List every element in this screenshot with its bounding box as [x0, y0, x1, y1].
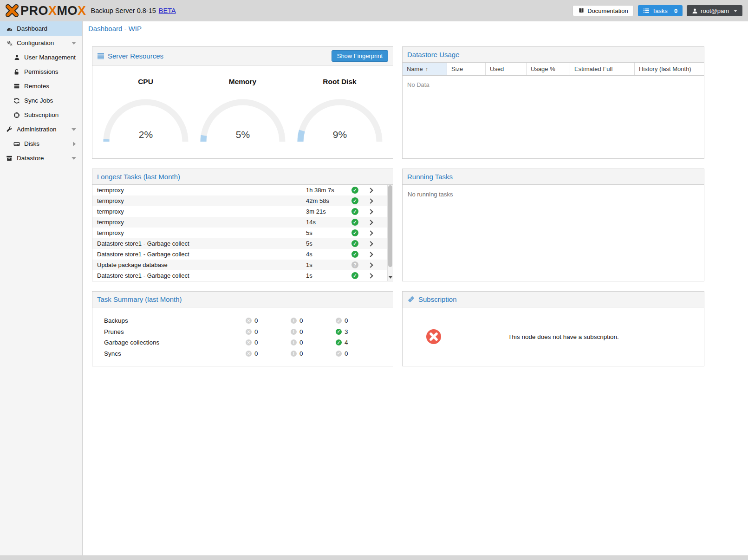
- column-header-used[interactable]: Used: [486, 63, 527, 75]
- task-row[interactable]: termproxy 5s: [92, 228, 393, 238]
- running-tasks-title: Running Tasks: [407, 173, 453, 181]
- sidebar-item-label: Disks: [24, 140, 39, 147]
- task-name: Datastore store1 - Garbage collect: [92, 251, 306, 258]
- running-tasks-header: Running Tasks: [403, 169, 704, 185]
- scrollbar-thumb[interactable]: [388, 185, 392, 267]
- column-header-size[interactable]: Size: [447, 63, 486, 75]
- memory-gauge: Memory 5%: [195, 78, 290, 158]
- subscription-title: Subscription: [418, 295, 457, 303]
- resource-gauges: CPU 2% Memory 5: [92, 65, 393, 158]
- sidebar-item-label: Sync Jobs: [24, 97, 53, 104]
- longest-tasks-title: Longest Tasks (last Month): [97, 173, 180, 181]
- chevron-right-icon[interactable]: [368, 230, 373, 235]
- ok-count: 3: [345, 328, 348, 335]
- task-name: Datastore store1 - Garbage collect: [92, 240, 306, 247]
- task-row[interactable]: termproxy 14s: [92, 217, 393, 228]
- ok-count: 4: [345, 339, 348, 346]
- sidebar-item-datastore[interactable]: Datastore: [0, 151, 82, 165]
- error-count: 0: [254, 328, 258, 335]
- chevron-down-icon: [72, 157, 76, 160]
- vertical-scrollbar[interactable]: [387, 185, 393, 281]
- chevron-down-icon: [734, 10, 737, 12]
- tasks-button[interactable]: Tasks 0: [638, 5, 683, 16]
- task-summary-title: Task Summary (last Month): [97, 295, 182, 303]
- memory-gauge-value: 5%: [235, 129, 249, 140]
- tasks-count-badge: 0: [674, 7, 677, 14]
- subscription-message: This node does not have a subscription.: [442, 333, 704, 340]
- sidebar-item-subscription[interactable]: Subscription: [0, 108, 82, 122]
- documentation-label: Documentation: [587, 7, 628, 14]
- task-duration: 14s: [306, 219, 351, 226]
- error-count-icon: [246, 351, 252, 357]
- sidebar-item-disks[interactable]: Disks: [0, 137, 82, 151]
- chevron-right-icon[interactable]: [368, 198, 373, 203]
- sidebar-item-dashboard[interactable]: Dashboard: [0, 21, 82, 36]
- task-status-icon: [351, 187, 358, 194]
- user-menu-button[interactable]: root@pam: [687, 5, 742, 16]
- list-bars-icon: [13, 83, 20, 90]
- task-row[interactable]: Datastore store1 - Garbage collect 4s: [92, 249, 393, 260]
- sidebar-item-label: Permissions: [24, 68, 59, 75]
- task-row[interactable]: Update package database 1s: [92, 260, 393, 270]
- no-subscription-error-icon: [426, 329, 442, 345]
- root-disk-gauge-value: 9%: [332, 129, 346, 140]
- task-name: Update package database: [92, 261, 306, 268]
- chevron-right-icon[interactable]: [368, 220, 373, 225]
- sidebar-item-label: Configuration: [17, 39, 54, 46]
- sidebar-item-user-management[interactable]: User Management: [0, 50, 82, 65]
- sidebar-item-permissions[interactable]: Permissions: [0, 65, 82, 79]
- server-resources-header: Server Resources Show Fingerprint: [92, 47, 393, 65]
- hdd-icon: [13, 140, 20, 147]
- column-header-history[interactable]: History (last Month): [635, 63, 704, 75]
- task-status-icon: [351, 208, 358, 215]
- cpu-gauge-label: CPU: [98, 78, 193, 86]
- sidebar-item-remotes[interactable]: Remotes: [0, 79, 82, 93]
- task-name: termproxy: [92, 187, 306, 194]
- summary-row: Garbage collections 0 0 4: [92, 337, 393, 348]
- root-disk-gauge: Root Disk 9%: [292, 78, 387, 158]
- longest-tasks-panel: Longest Tasks (last Month) termproxy 1h …: [92, 169, 393, 281]
- task-row[interactable]: termproxy 42m 58s: [92, 195, 393, 206]
- sidebar-item-configuration[interactable]: Configuration: [0, 36, 82, 50]
- task-duration: 5s: [306, 229, 351, 236]
- cpu-gauge: CPU 2%: [98, 78, 193, 158]
- scroll-down-button[interactable]: [388, 274, 393, 280]
- task-row[interactable]: Datastore store1 - Garbage collect 5s: [92, 238, 393, 249]
- beta-link[interactable]: BETA: [159, 7, 176, 14]
- sidebar-item-label: Dashboard: [17, 25, 47, 32]
- chevron-down-icon: [72, 128, 76, 131]
- chevron-right-icon[interactable]: [368, 209, 373, 214]
- task-duration: 1h 38m 7s: [306, 187, 351, 194]
- documentation-button[interactable]: Documentation: [572, 5, 633, 16]
- show-fingerprint-button[interactable]: Show Fingerprint: [332, 50, 388, 62]
- user-icon: [692, 8, 698, 14]
- task-duration: 3m 21s: [306, 208, 351, 215]
- task-status-icon: [351, 229, 358, 236]
- chevron-right-icon[interactable]: [368, 273, 373, 278]
- chevron-right-icon[interactable]: [368, 188, 373, 193]
- main-content: Dashboard - WIP: [83, 21, 748, 555]
- chevron-right-icon[interactable]: [368, 262, 373, 267]
- task-row[interactable]: Datastore store1 - Garbage collect 1s: [92, 270, 393, 281]
- summary-row: Prunes 0 0 3: [92, 326, 393, 338]
- longest-tasks-header: Longest Tasks (last Month): [92, 169, 393, 185]
- chevron-right-icon[interactable]: [368, 241, 373, 246]
- chevron-right-icon[interactable]: [368, 252, 373, 257]
- proxmox-logo-word: PROXMOX: [20, 4, 86, 18]
- sidebar-item-administration[interactable]: Administration: [0, 122, 82, 137]
- column-header-estimated-full[interactable]: Estimated Full: [570, 63, 635, 75]
- running-tasks-body: No running tasks: [403, 185, 704, 281]
- column-header-usage-pct[interactable]: Usage %: [527, 63, 570, 75]
- task-row[interactable]: termproxy 3m 21s: [92, 206, 393, 217]
- warning-count-icon: [291, 339, 297, 345]
- task-summary-header: Task Summary (last Month): [92, 292, 393, 307]
- task-row[interactable]: termproxy 1h 38m 7s: [92, 185, 393, 195]
- proxmox-logo: PROXMOX: [5, 3, 86, 18]
- sidebar-item-sync-jobs[interactable]: Sync Jobs: [0, 93, 82, 108]
- page-title: Dashboard - WIP: [83, 21, 748, 36]
- subscription-panel: Subscription This node does not have a s: [402, 291, 704, 366]
- column-header-name[interactable]: Name ↑: [403, 63, 447, 75]
- task-status-icon: [351, 251, 358, 258]
- archive-icon: [6, 155, 13, 162]
- datastore-usage-table: Name ↑ Size Used Usage % Estimated Full …: [403, 63, 704, 158]
